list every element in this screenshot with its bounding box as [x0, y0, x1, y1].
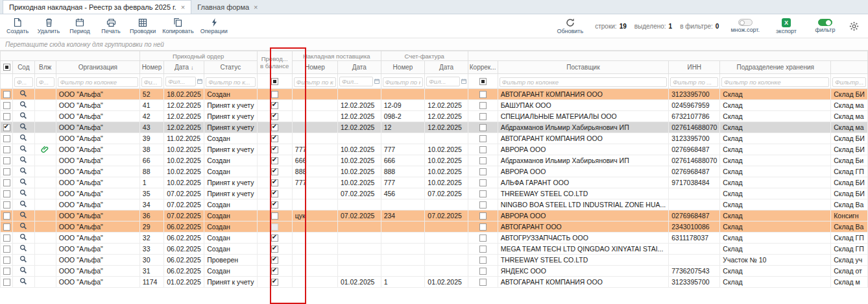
in-balance-checkbox[interactable] — [271, 246, 278, 253]
correction-checkbox[interactable] — [479, 246, 487, 253]
table-row[interactable]: ООО "Альфа"3006.02.2025ПроверенTHREEWAY … — [1, 255, 868, 266]
close-icon[interactable]: × — [254, 3, 258, 11]
table-row[interactable]: ООО "Альфа"3106.02.2025СозданЯНДЕКС ООО7… — [1, 266, 868, 277]
correction-checkbox[interactable] — [479, 124, 487, 131]
group-order[interactable]: Приходный ордер — [139, 51, 257, 61]
in-balance-checkbox[interactable] — [271, 102, 278, 109]
table-row[interactable]: ООО "Альфа"5218.02.2025СозданАВТОГАРАНТ … — [1, 89, 868, 100]
toggle-off-icon[interactable] — [738, 19, 753, 26]
open-record-button[interactable] — [19, 113, 27, 121]
correction-checkbox[interactable] — [479, 223, 487, 231]
filter-sn_date-input[interactable] — [339, 77, 373, 86]
row-select-checkbox[interactable] — [3, 146, 10, 153]
correction-checkbox[interactable] — [479, 212, 487, 220]
correction-checkbox[interactable] — [479, 135, 487, 142]
open-record-button[interactable] — [19, 135, 27, 143]
filter-corr-checkbox[interactable] — [479, 78, 487, 85]
row-select-checkbox[interactable] — [3, 223, 10, 231]
copy-button[interactable]: Копировать — [160, 17, 196, 35]
open-record-button[interactable] — [19, 124, 27, 132]
filter-vlj-input[interactable] — [36, 77, 54, 87]
row-select-checkbox[interactable] — [3, 268, 10, 275]
filter-storage-input[interactable] — [721, 77, 829, 87]
open-record-button[interactable] — [19, 246, 27, 253]
period-button[interactable]: Период — [65, 17, 95, 35]
filter-toggle[interactable]: фильтр — [810, 18, 840, 34]
row-select-checkbox[interactable] — [3, 102, 10, 109]
open-record-button[interactable] — [19, 102, 27, 110]
row-select-checkbox[interactable] — [3, 135, 10, 142]
row-select-checkbox[interactable] — [3, 157, 10, 164]
group-invoice[interactable]: Счет-фактура — [381, 51, 468, 61]
column-sf_num[interactable]: Номер — [381, 61, 425, 74]
column-vlj[interactable]: Влж — [34, 61, 56, 74]
toggle-on-icon[interactable] — [818, 19, 832, 26]
table-row[interactable]: ООО "Альфа"3306.02.2025СозданMEGA TEAM T… — [1, 244, 868, 255]
in-balance-checkbox[interactable] — [271, 190, 278, 197]
table-row[interactable]: ООО "Альфа"110.02.2025Принят к учету7771… — [1, 177, 868, 188]
row-select-checkbox[interactable] — [3, 234, 10, 242]
row-select-checkbox[interactable] — [3, 91, 10, 98]
select-all-checkbox[interactable] — [3, 64, 10, 71]
correction-checkbox[interactable] — [479, 257, 487, 264]
postings-button[interactable]: Проводки — [127, 17, 158, 35]
refresh-button[interactable]: Обновить — [554, 17, 586, 35]
delete-button[interactable]: Удалить — [34, 17, 64, 35]
row-select-checkbox[interactable] — [3, 168, 10, 175]
column-storage[interactable]: Подразделение хранения — [720, 61, 831, 74]
in-balance-checkbox[interactable] — [271, 179, 278, 186]
column-supplier[interactable]: Поставщик — [498, 61, 669, 74]
group-supplier-note[interactable]: Накладная поставщика — [292, 51, 381, 61]
column-date[interactable]: Дата ↓ — [164, 61, 204, 74]
open-record-button[interactable] — [19, 168, 27, 176]
create-button[interactable]: Создать — [3, 17, 32, 35]
filter-sf_num-input[interactable] — [383, 77, 424, 87]
filter-cod-input[interactable] — [14, 77, 33, 87]
correction-checkbox[interactable] — [479, 190, 487, 197]
column-wh[interactable] — [831, 61, 868, 74]
column-cod[interactable]: Сод — [13, 61, 35, 74]
row-select-checkbox[interactable] — [3, 113, 10, 120]
row-select-checkbox[interactable] — [3, 246, 10, 253]
open-record-button[interactable] — [19, 146, 27, 154]
table-row[interactable]: ООО "Альфа"6610.02.2025Создан66610.02.20… — [1, 155, 868, 166]
row-select-checkbox[interactable] — [3, 124, 10, 131]
correction-checkbox[interactable] — [479, 113, 487, 120]
filter-supplier-input[interactable] — [500, 77, 668, 87]
in-balance-checkbox[interactable] — [271, 257, 278, 264]
column-status[interactable]: Статус — [204, 61, 257, 74]
settings-gear-icon[interactable] — [849, 21, 859, 31]
correction-checkbox[interactable] — [479, 279, 487, 286]
column-in-balance[interactable]: Провод...в балансе — [257, 51, 292, 74]
filter-wh-input[interactable] — [832, 77, 866, 87]
correction-checkbox[interactable] — [479, 168, 487, 175]
row-select-checkbox[interactable] — [3, 279, 10, 286]
in-balance-checkbox[interactable] — [271, 201, 278, 209]
filter-num-input[interactable] — [141, 77, 162, 87]
table-row[interactable]: ООО "Альфа"3607.02.2025Созданцук07.02.20… — [1, 210, 868, 222]
table-row[interactable]: ООО "Альфа"4212.02.2025Принят к учету12.… — [1, 111, 868, 122]
column-inn[interactable]: ИНН — [669, 61, 720, 74]
table-row[interactable]: ООО "Альфа"4112.02.2025Принят к учету12.… — [1, 100, 868, 111]
column-num[interactable]: Номер — [139, 61, 163, 74]
correction-checkbox[interactable] — [479, 179, 487, 186]
in-balance-checkbox[interactable] — [271, 234, 278, 242]
correction-checkbox[interactable] — [479, 234, 487, 242]
correction-checkbox[interactable] — [479, 91, 487, 98]
table-row[interactable]: ООО "Альфа"3810.02.2025Принят к учету777… — [1, 144, 868, 155]
export-button[interactable]: экспорт — [771, 18, 801, 35]
row-select-checkbox[interactable] — [3, 190, 10, 197]
filter-date-input[interactable] — [165, 77, 196, 86]
open-record-button[interactable] — [19, 223, 27, 231]
in-balance-checkbox[interactable] — [271, 212, 278, 220]
in-balance-checkbox[interactable] — [271, 168, 278, 175]
table-row[interactable]: ООО "Альфа"8810.02.2025Создан88810.02.20… — [1, 166, 868, 177]
close-icon[interactable]: × — [181, 3, 185, 11]
in-balance-checkbox[interactable] — [271, 135, 278, 142]
column-corr[interactable]: Коррек... — [468, 61, 498, 74]
in-balance-checkbox[interactable] — [271, 113, 278, 120]
row-select-checkbox[interactable] — [3, 179, 10, 186]
multisort-toggle[interactable]: множ.сорт. — [728, 18, 762, 34]
open-record-button[interactable] — [19, 234, 27, 242]
correction-checkbox[interactable] — [479, 102, 487, 109]
